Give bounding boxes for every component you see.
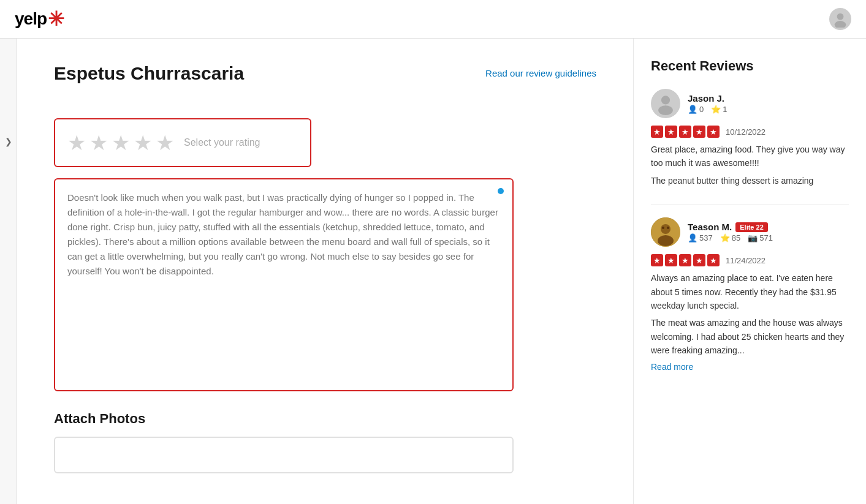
svg-point-7 xyxy=(662,227,664,229)
jason-stars xyxy=(651,126,720,138)
star-3[interactable]: ★ xyxy=(112,130,130,155)
friends-icon: 👤 xyxy=(688,105,697,114)
yelp-logo[interactable]: yelp ✳ xyxy=(15,7,64,31)
svg-point-1 xyxy=(835,21,846,28)
svg-point-6 xyxy=(658,235,674,246)
teason-name: Teason M. xyxy=(688,222,732,232)
yelp-text: yelp xyxy=(15,9,47,29)
teason-header: Teason M. Elite 22 👤 537 ⭐ 85 xyxy=(651,217,849,247)
star-rating-input[interactable]: ★ ★ ★ ★ ★ xyxy=(67,130,174,155)
jason-review-text2: The peanut butter thing dessert is amazi… xyxy=(651,174,849,187)
teason-avatar xyxy=(651,217,680,247)
jason-date: 10/12/2022 xyxy=(726,127,765,137)
svg-point-3 xyxy=(658,105,673,115)
jason-reviews-count: 1 xyxy=(723,105,727,114)
page-layout: ❯ Espetus Churrascaria Read our review g… xyxy=(0,39,866,504)
review-guidelines-link[interactable]: Read our review guidelines xyxy=(485,68,596,78)
teason-star-5 xyxy=(707,254,720,266)
svg-point-5 xyxy=(661,224,670,234)
main-content: Espetus Churrascaria Read our review gui… xyxy=(17,39,633,504)
teason-star-4 xyxy=(693,254,705,266)
rating-label: Select your rating xyxy=(184,137,260,148)
teason-stars xyxy=(651,254,720,266)
svg-point-8 xyxy=(667,227,669,229)
teason-elite-badge: Elite 22 xyxy=(735,222,768,232)
friends-icon: 👤 xyxy=(688,233,697,243)
reviewer-jason: Jason J. 👤 0 ⭐ 1 xyxy=(651,89,849,187)
jason-info: Jason J. 👤 0 ⭐ 1 xyxy=(688,93,727,114)
teason-reviews-stat: ⭐ 85 xyxy=(720,233,740,243)
user-avatar[interactable] xyxy=(829,8,851,30)
attach-photos-title: Attach Photos xyxy=(54,411,596,427)
jason-stars-row: 10/12/2022 xyxy=(651,126,849,138)
teason-photos-count: 571 xyxy=(759,233,773,243)
reviewer-jason-header: Jason J. 👤 0 ⭐ 1 xyxy=(651,89,849,118)
yelp-burst-icon: ✳ xyxy=(48,7,64,31)
restaurant-title: Espetus Churrascaria xyxy=(54,63,244,84)
recent-reviews-title: Recent Reviews xyxy=(651,58,849,74)
review-textarea[interactable] xyxy=(55,179,512,388)
photos-icon: 📷 xyxy=(748,233,758,243)
jason-reviews-stat: ⭐ 1 xyxy=(711,105,727,114)
teason-star-3 xyxy=(679,254,691,266)
attach-photos-box[interactable] xyxy=(54,437,514,473)
reviews-icon: ⭐ xyxy=(711,105,721,114)
teason-review-text: Always an amazing place to eat. I've eat… xyxy=(651,271,849,312)
textarea-indicator-dot xyxy=(498,188,504,194)
jason-star-3 xyxy=(679,126,691,138)
teason-friends-count: 537 xyxy=(699,233,713,243)
star-4[interactable]: ★ xyxy=(134,130,152,155)
sidebar-toggle[interactable]: ❯ xyxy=(0,39,17,504)
jason-star-2 xyxy=(665,126,677,138)
reviewer-teason: Teason M. Elite 22 👤 537 ⭐ 85 xyxy=(651,217,849,372)
teason-friends-stat: 👤 537 xyxy=(688,233,713,243)
teason-info: Teason M. Elite 22 👤 537 ⭐ 85 xyxy=(688,222,773,243)
jason-friends-count: 0 xyxy=(699,105,704,114)
right-panel: Recent Reviews Jason J. 👤 0 xyxy=(633,39,866,504)
jason-friends-stat: 👤 0 xyxy=(688,105,704,114)
jason-review-text: Great place, amazing food. They give you… xyxy=(651,143,849,170)
jason-name: Jason J. xyxy=(688,93,727,103)
teason-review-text2: The meat was amazing and the house was a… xyxy=(651,316,849,357)
teason-date: 11/24/2022 xyxy=(726,256,765,265)
star-1[interactable]: ★ xyxy=(67,130,86,155)
jason-stats: 👤 0 ⭐ 1 xyxy=(688,105,727,114)
reviewer-divider xyxy=(651,205,849,205)
chevron-right-icon: ❯ xyxy=(5,137,12,146)
jason-star-5 xyxy=(707,126,720,138)
svg-point-2 xyxy=(661,96,670,104)
jason-star-4 xyxy=(693,126,705,138)
teason-photos-stat: 📷 571 xyxy=(748,233,773,243)
star-5[interactable]: ★ xyxy=(156,130,174,155)
teason-read-more-link[interactable]: Read more xyxy=(651,362,693,372)
teason-star-1 xyxy=(651,254,663,266)
teason-star-2 xyxy=(665,254,677,266)
star-2[interactable]: ★ xyxy=(89,130,108,155)
svg-point-0 xyxy=(837,13,844,20)
site-header: yelp ✳ xyxy=(0,0,866,39)
reviews-icon: ⭐ xyxy=(720,233,730,243)
teason-stats: 👤 537 ⭐ 85 📷 571 xyxy=(688,233,773,243)
rating-box: ★ ★ ★ ★ ★ Select your rating xyxy=(54,118,311,167)
jason-avatar xyxy=(651,89,680,118)
review-textarea-wrapper xyxy=(54,178,514,391)
teason-reviews-count: 85 xyxy=(732,233,740,243)
teason-stars-row: 11/24/2022 xyxy=(651,254,849,266)
jason-star-1 xyxy=(651,126,663,138)
